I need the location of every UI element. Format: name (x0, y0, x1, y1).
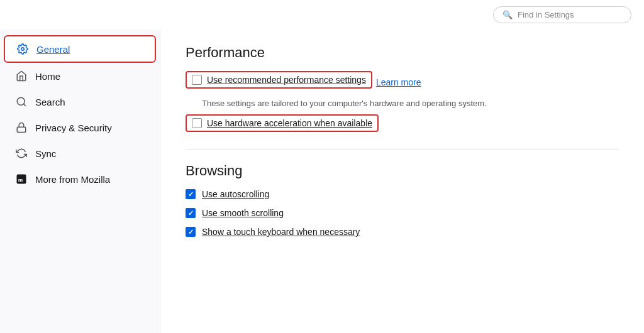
performance-description: These settings are tailored to your comp… (202, 99, 619, 108)
smooth-scrolling-checkbox[interactable] (186, 208, 196, 218)
gear-icon (16, 43, 29, 55)
search-icon: 🔍 (502, 10, 513, 19)
sidebar-label-sync: Sync (35, 148, 56, 159)
sidebar-item-more-from-mozilla[interactable]: m More from Mozilla (4, 166, 156, 192)
sidebar: General Home Search (0, 30, 160, 333)
find-in-settings-box[interactable]: 🔍 Find in Settings (493, 6, 631, 23)
hardware-label: Use hardware acceleration when available (207, 118, 372, 128)
topbar: 🔍 Find in Settings (0, 0, 644, 30)
recommended-label: Use recommended performance settings (207, 75, 366, 85)
sidebar-item-sync[interactable]: Sync (4, 141, 156, 166)
content-area: Performance Use recommended performance … (160, 30, 644, 333)
home-icon (15, 70, 28, 82)
performance-title: Performance (186, 45, 619, 61)
autoscrolling-label: Use autoscrolling (202, 189, 269, 199)
sidebar-item-general[interactable]: General (4, 35, 156, 63)
recommended-checkbox[interactable] (192, 75, 202, 85)
find-in-settings-placeholder: Find in Settings (518, 10, 574, 19)
smooth-scrolling-label: Use smooth scrolling (202, 208, 284, 218)
main-layout: General Home Search (0, 30, 644, 333)
hardware-acceleration-row: Use hardware acceleration when available (186, 114, 379, 132)
browsing-item-touch-keyboard: Show a touch keyboard when necessary (186, 227, 619, 237)
search-icon-sidebar (15, 96, 28, 108)
svg-rect-3 (17, 127, 26, 132)
browsing-item-autoscrolling: Use autoscrolling (186, 189, 619, 199)
svg-point-0 (21, 48, 25, 51)
browsing-item-smooth-scrolling: Use smooth scrolling (186, 208, 619, 218)
learn-more-link[interactable]: Learn more (376, 77, 421, 87)
sidebar-label-privacy-security: Privacy & Security (35, 123, 112, 133)
sidebar-label-general: General (36, 44, 70, 55)
sidebar-label-search: Search (35, 97, 65, 107)
hardware-checkbox[interactable] (192, 118, 202, 128)
sidebar-item-privacy-security[interactable]: Privacy & Security (4, 115, 156, 140)
sidebar-label-more-from-mozilla: More from Mozilla (35, 174, 110, 185)
browsing-title: Browsing (186, 163, 619, 179)
sidebar-item-home[interactable]: Home (4, 63, 156, 89)
autoscrolling-checkbox[interactable] (186, 189, 196, 199)
svg-text:m: m (18, 177, 23, 183)
sidebar-item-search[interactable]: Search (4, 89, 156, 114)
mozilla-icon: m (15, 173, 28, 185)
recommended-performance-row: Use recommended performance settings (186, 71, 372, 89)
sync-icon (15, 147, 28, 160)
svg-point-1 (17, 97, 25, 105)
svg-line-2 (23, 104, 25, 106)
sidebar-label-home: Home (35, 71, 60, 82)
lock-icon (15, 121, 28, 134)
touch-keyboard-checkbox[interactable] (186, 227, 196, 237)
touch-keyboard-label: Show a touch keyboard when necessary (202, 227, 360, 237)
section-divider (186, 150, 619, 150)
